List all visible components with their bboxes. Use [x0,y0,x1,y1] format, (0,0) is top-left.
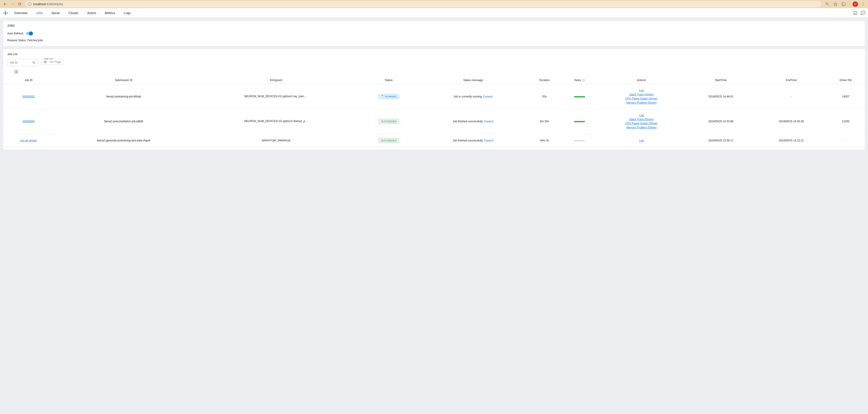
action-flame[interactable]: CPU Flame Graph (Driver) [599,96,684,101]
svg-point-2 [863,5,863,6]
status-message: Job finished successfully. [453,120,484,123]
svg-point-7 [5,14,6,15]
svg-point-6 [5,11,6,11]
submission-id: llama2-precompilation-job-p8b6l [54,109,194,134]
nav-tab-cluster[interactable]: Cluster [68,9,80,17]
svg-point-4 [3,12,4,13]
driver-pid: 14307 [826,84,865,109]
back-button[interactable] [2,1,8,7]
start-time: 2024/05/25 14:44:01 [686,84,756,109]
duration: 53s [527,84,562,109]
spinner-icon [381,95,384,98]
action-log[interactable]: Log [599,139,684,143]
page-size-legend: Page Size [43,58,54,60]
column-header: Status [359,76,419,84]
end-time: 2024/05/25 14:22:21 [756,134,826,147]
column-header: EndTime [756,76,826,84]
column-header: Status message [419,76,527,84]
status-message: Job finished successfully. [453,139,484,142]
nav-tab-jobs[interactable]: Jobs [35,9,44,17]
svg-point-15 [863,13,863,13]
end-time: 2024/05/25 14:40:28 [756,109,826,134]
job-list-title: Job List [3,52,865,59]
column-header: Actions [597,76,686,84]
submission-id: llama2-generate-pretraining-test-data-vh… [54,134,194,147]
extensions-icon[interactable] [840,1,847,7]
entrypoint-text: NEURON_NUM_DEVICES=32 python3 ray_train_… [244,95,308,98]
status-badge: SUCCEEDED [378,119,399,124]
driver-pid: 11330 [826,109,865,134]
page-title: JOBS [7,24,861,27]
nav-tab-serve[interactable]: Serve [51,9,61,17]
tasks-help-icon[interactable]: ? [582,79,585,82]
svg-point-1 [863,4,863,5]
column-header: Job ID [3,76,54,84]
svg-rect-12 [854,11,857,14]
profile-avatar[interactable]: V [852,1,858,7]
start-time: 2024/05/25 14:33:58 [686,109,756,134]
jobid-filter[interactable] [7,59,38,66]
table-row: 04000000llama2-precompilation-job-p8b6lN… [3,109,865,134]
action-log[interactable]: Log [599,113,684,117]
address-bar[interactable]: i localhost:8265/#/jobs [26,1,822,7]
nav-tab-overview[interactable]: Overview [13,9,28,17]
action-log[interactable]: Log [599,88,684,92]
request-status: Request Status: Fetched jobs [7,39,861,42]
page-number[interactable]: 1 [14,69,19,74]
tasks-progress [574,121,585,122]
nav-tab-actors[interactable]: Actors [86,9,97,17]
docs-icon[interactable] [853,11,858,15]
duration: 44m 3s [527,134,562,147]
column-header: Submission ID [54,76,194,84]
forward-button[interactable] [9,1,16,7]
nav-tab-logs[interactable]: Logs [123,9,131,17]
nav-tab-metrics[interactable]: Metrics [104,9,116,17]
tasks-progress [574,140,585,141]
nav-tabs: OverviewJobsServeClusterActorsMetricsLog… [12,9,131,17]
expand-link[interactable]: Expand [484,120,493,123]
page-size-suffix: Per Page [50,60,61,63]
page-prev[interactable]: ‹ [7,68,14,75]
svg-rect-13 [854,13,856,14]
status-message: Job is currently running. [454,95,484,98]
column-header: Duration [527,76,562,84]
action-memory[interactable]: Memory Profiling (Driver) [599,125,684,129]
action-stack[interactable]: Stack Trace (Driver) [599,117,684,121]
action-flame[interactable]: CPU Flame Graph (Driver) [599,121,684,125]
app-navbar: OverviewJobsServeClusterActorsMetricsLog… [0,8,868,18]
browser-toolbar: i localhost:8265/#/jobs V [0,0,868,8]
entrypoint-text: python3 get_dataset.py [262,139,290,142]
status-badge: SUCCEEDED [378,138,399,143]
expand-link[interactable]: Expand [484,139,493,142]
expand-link[interactable]: Expand [484,95,493,98]
job-id-link[interactable]: (no ray driver) [20,139,37,142]
jobid-input[interactable] [10,61,21,64]
url-text: localhost:8265/#/jobs [33,2,63,6]
job-id-link[interactable]: 04000000 [23,120,35,123]
entrypoint-text: NEURON_NUM_DEVICES=32 python3 /llama2_pr… [244,120,308,123]
svg-point-3 [5,12,6,14]
site-info-icon[interactable]: i [28,2,31,6]
column-header: Entrypoint [193,76,359,84]
zoom-icon[interactable] [824,1,831,7]
search-icon[interactable] [32,61,36,64]
browser-menu-icon[interactable] [860,1,866,7]
page-size-select[interactable]: Page Size 10 Per Page [41,59,63,65]
auto-refresh-toggle[interactable] [26,32,33,35]
job-id-link[interactable]: 05000000 [23,95,35,98]
action-memory[interactable]: Memory Profiling (Driver) [599,101,684,105]
status-badge: RUNNING [378,94,399,99]
driver-pid: - [826,134,865,147]
start-time: 2024/05/25 13:38:17 [686,134,756,147]
reload-button[interactable] [17,1,23,7]
svg-point-5 [7,12,8,13]
feedback-icon[interactable] [861,11,865,15]
svg-point-0 [863,2,863,3]
bookmark-icon[interactable] [832,1,839,7]
page-next[interactable]: › [19,68,25,75]
duration: 6m 30s [527,109,562,134]
job-list-card: Job List Page Size 10 Per Page ‹ 1 › Job… [3,49,865,150]
action-stack[interactable]: Stack Trace (Driver) [599,92,684,96]
tasks-progress [574,96,585,97]
auto-refresh-label: Auto Refresh: [7,32,24,35]
